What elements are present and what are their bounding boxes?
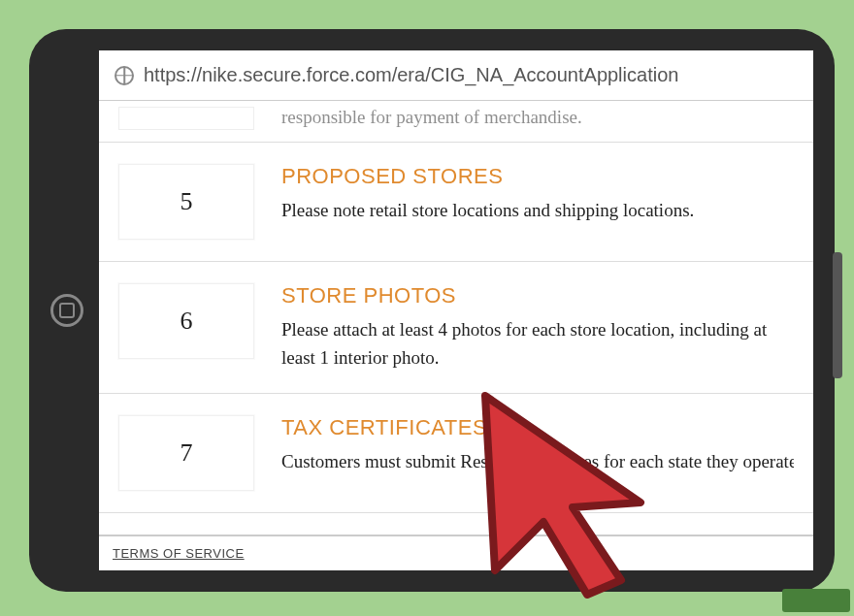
step-number: 6 xyxy=(181,307,193,336)
step-number-box: 7 xyxy=(118,415,254,491)
step-description: Please note retail store locations and s… xyxy=(281,197,794,225)
watermark xyxy=(782,589,850,612)
address-bar[interactable]: https://nike.secure.force.com/era/CIG_NA… xyxy=(99,50,813,101)
step-content: STORE PHOTOS Please attach at least 4 ph… xyxy=(281,283,794,372)
step-description: Customers must submit Resale Certificate… xyxy=(281,448,794,476)
step-title: PROPOSED STORES xyxy=(281,164,794,189)
step-number: 5 xyxy=(181,187,193,216)
footer: TERMS OF SERVICE xyxy=(99,535,813,570)
tablet-frame: https://nike.secure.force.com/era/CIG_NA… xyxy=(29,29,835,592)
step-description: responsible for payment of merchandise. xyxy=(281,107,794,130)
step-row-7[interactable]: 7 TAX CERTIFICATES Customers must submit… xyxy=(99,394,813,513)
url-text: https://nike.secure.force.com/era/CIG_NA… xyxy=(144,64,678,86)
step-title: TAX CERTIFICATES xyxy=(281,415,794,440)
step-row-partial: responsible for payment of merchandise. xyxy=(99,101,813,143)
step-number-box xyxy=(118,107,254,130)
step-number-box: 6 xyxy=(118,283,254,359)
globe-icon xyxy=(115,66,134,85)
step-title: STORE PHOTOS xyxy=(281,283,794,308)
step-row-6[interactable]: 6 STORE PHOTOS Please attach at least 4 … xyxy=(99,262,813,394)
step-content: PROPOSED STORES Please note retail store… xyxy=(281,164,794,225)
step-number: 7 xyxy=(181,438,193,468)
power-button[interactable] xyxy=(833,252,842,378)
step-row-5[interactable]: 5 PROPOSED STORES Please note retail sto… xyxy=(99,143,813,262)
step-number-box: 5 xyxy=(118,164,254,240)
step-content: TAX CERTIFICATES Customers must submit R… xyxy=(281,415,794,476)
step-description: Please attach at least 4 photos for each… xyxy=(281,316,794,372)
terms-link[interactable]: TERMS OF SERVICE xyxy=(113,546,245,561)
screen: https://nike.secure.force.com/era/CIG_NA… xyxy=(99,50,813,570)
home-button[interactable] xyxy=(50,294,83,327)
